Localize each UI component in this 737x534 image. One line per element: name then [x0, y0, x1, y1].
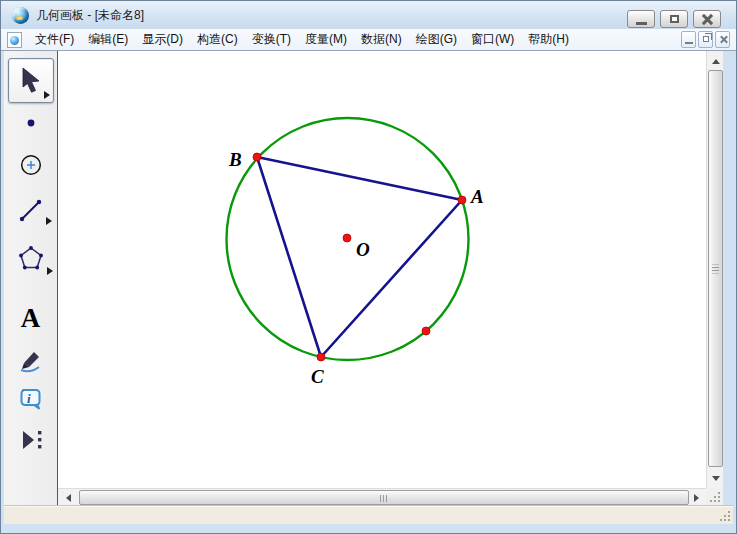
menu-item-window[interactable]: 窗口(W): [464, 28, 521, 51]
maximize-button[interactable]: [660, 10, 688, 28]
geometry-svg: ABCO: [58, 51, 706, 488]
information-tool[interactable]: i: [4, 380, 57, 420]
svg-text:i: i: [27, 391, 31, 406]
window-title: 几何画板 - [未命名8]: [36, 7, 144, 24]
scroll-right-button[interactable]: [688, 490, 704, 505]
menu-item-graph[interactable]: 绘图(G): [409, 28, 464, 51]
menu-bar: 文件(F) 编辑(E) 显示(D) 构造(C) 变换(T) 度量(M) 数据(N…: [1, 29, 736, 51]
point-icon: [20, 112, 42, 134]
flyout-arrow-icon[interactable]: [44, 91, 50, 99]
minimize-icon: [685, 42, 693, 44]
scroll-up-icon: [712, 59, 720, 64]
point-D[interactable]: [422, 327, 430, 335]
selection-arrow-tool[interactable]: [8, 58, 54, 103]
horizontal-scroll-thumb[interactable]: [79, 490, 689, 505]
point-label-C[interactable]: C: [311, 366, 324, 387]
custom-tool-icon: [17, 427, 45, 453]
compass-circle-tool[interactable]: [4, 145, 57, 185]
point-label-O[interactable]: O: [356, 239, 370, 260]
close-button[interactable]: [693, 10, 721, 28]
horizontal-scrollbar[interactable]: [58, 488, 706, 505]
point-A[interactable]: [458, 196, 466, 204]
scroll-down-button[interactable]: [708, 470, 723, 486]
marker-tool[interactable]: [4, 340, 57, 380]
segment-icon: [18, 198, 44, 224]
point-O[interactable]: [343, 234, 351, 242]
minimize-button[interactable]: [627, 10, 655, 28]
close-icon: [701, 14, 714, 25]
sketch-canvas[interactable]: ABCO: [58, 51, 706, 488]
document-close-button[interactable]: [715, 31, 730, 48]
document-minimize-button[interactable]: [681, 31, 696, 48]
marker-icon: [18, 347, 44, 373]
polygon-tool[interactable]: [4, 238, 57, 278]
point-B[interactable]: [253, 153, 261, 161]
point-label-A[interactable]: A: [470, 186, 484, 207]
point-C[interactable]: [317, 353, 325, 361]
menu-item-transform[interactable]: 变换(T): [245, 28, 298, 51]
menu-item-edit[interactable]: 编辑(E): [81, 28, 135, 51]
resize-grip-icon[interactable]: [728, 519, 730, 521]
circle-icon: [19, 153, 43, 177]
content-area: A i: [4, 51, 733, 505]
title-bar[interactable]: 几何画板 - [未命名8]: [1, 1, 736, 29]
selection-arrow-icon: [17, 66, 45, 96]
flyout-arrow-icon[interactable]: [47, 267, 53, 275]
menu-item-data[interactable]: 数据(N): [354, 28, 409, 51]
close-icon: [719, 35, 728, 44]
menu-item-file[interactable]: 文件(F): [28, 28, 81, 51]
information-icon: i: [17, 387, 45, 413]
scroll-up-button[interactable]: [708, 53, 723, 69]
text-tool-icon: A: [21, 305, 41, 332]
scroll-right-icon: [694, 494, 699, 502]
thumb-grip-icon: [380, 495, 389, 502]
straightedge-segment-tool[interactable]: [4, 191, 57, 231]
vertical-scroll-thumb[interactable]: [708, 70, 723, 467]
toolbox: A i: [4, 51, 58, 505]
minimize-icon: [636, 22, 647, 25]
resize-grip-icon[interactable]: [718, 500, 720, 502]
flyout-arrow-icon[interactable]: [46, 217, 52, 225]
document-icon[interactable]: [7, 32, 22, 48]
vertical-scrollbar[interactable]: [706, 51, 723, 488]
thumb-grip-icon: [712, 264, 719, 273]
document-restore-button[interactable]: [698, 31, 713, 48]
custom-tool[interactable]: [4, 420, 57, 460]
scroll-left-button[interactable]: [60, 490, 76, 505]
text-tool[interactable]: A: [4, 298, 57, 338]
menu-item-construct[interactable]: 构造(C): [190, 28, 245, 51]
application-window: 几何画板 - [未命名8] 文件(F) 编辑(E) 显示(D) 构造(C) 变换…: [0, 0, 737, 534]
scrollbar-corner: [706, 488, 723, 505]
scroll-down-icon: [712, 476, 720, 481]
menu-item-help[interactable]: 帮助(H): [521, 28, 576, 51]
point-label-B[interactable]: B: [228, 149, 242, 170]
restore-icon: [703, 36, 709, 42]
menu-item-measure[interactable]: 度量(M): [298, 28, 354, 51]
point-tool[interactable]: [4, 103, 57, 143]
status-bar: [4, 505, 733, 524]
restore-icon: [670, 15, 679, 23]
menu-item-display[interactable]: 显示(D): [135, 28, 190, 51]
scroll-left-icon: [66, 494, 71, 502]
app-icon: [12, 7, 29, 24]
polygon-icon: [18, 245, 44, 271]
